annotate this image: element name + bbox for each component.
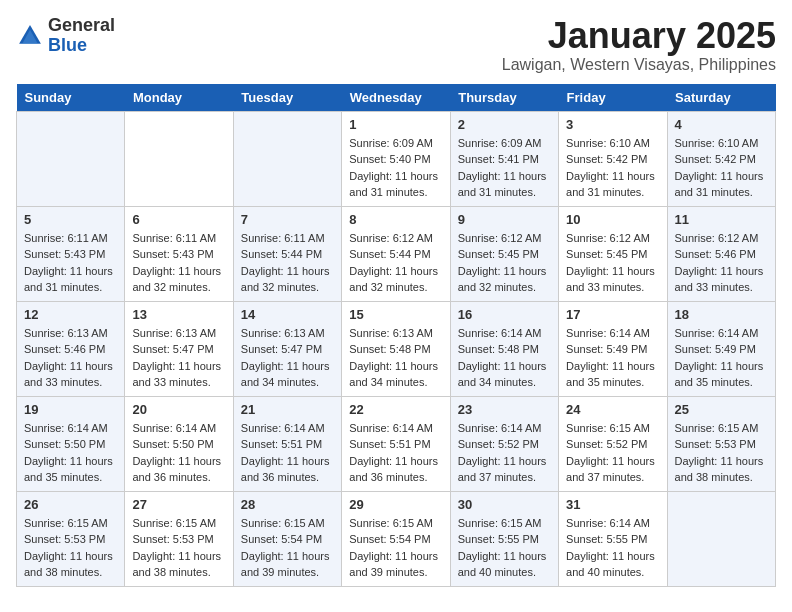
day-cell: 4Sunrise: 6:10 AM Sunset: 5:42 PM Daylig… xyxy=(667,111,775,206)
day-number: 17 xyxy=(566,307,659,322)
day-number: 20 xyxy=(132,402,225,417)
day-number: 22 xyxy=(349,402,442,417)
day-number: 11 xyxy=(675,212,768,227)
day-number: 15 xyxy=(349,307,442,322)
day-cell: 11Sunrise: 6:12 AM Sunset: 5:46 PM Dayli… xyxy=(667,206,775,301)
day-number: 16 xyxy=(458,307,551,322)
column-header-friday: Friday xyxy=(559,84,667,112)
day-number: 27 xyxy=(132,497,225,512)
day-number: 7 xyxy=(241,212,334,227)
day-info: Sunrise: 6:15 AM Sunset: 5:54 PM Dayligh… xyxy=(241,515,334,581)
logo-icon xyxy=(16,22,44,50)
day-info: Sunrise: 6:14 AM Sunset: 5:50 PM Dayligh… xyxy=(24,420,117,486)
day-cell: 7Sunrise: 6:11 AM Sunset: 5:44 PM Daylig… xyxy=(233,206,341,301)
header-row: SundayMondayTuesdayWednesdayThursdayFrid… xyxy=(17,84,776,112)
day-cell: 31Sunrise: 6:14 AM Sunset: 5:55 PM Dayli… xyxy=(559,491,667,586)
day-info: Sunrise: 6:12 AM Sunset: 5:44 PM Dayligh… xyxy=(349,230,442,296)
day-cell: 16Sunrise: 6:14 AM Sunset: 5:48 PM Dayli… xyxy=(450,301,558,396)
day-info: Sunrise: 6:13 AM Sunset: 5:46 PM Dayligh… xyxy=(24,325,117,391)
day-cell: 29Sunrise: 6:15 AM Sunset: 5:54 PM Dayli… xyxy=(342,491,450,586)
day-info: Sunrise: 6:15 AM Sunset: 5:53 PM Dayligh… xyxy=(24,515,117,581)
day-info: Sunrise: 6:13 AM Sunset: 5:48 PM Dayligh… xyxy=(349,325,442,391)
day-cell: 25Sunrise: 6:15 AM Sunset: 5:53 PM Dayli… xyxy=(667,396,775,491)
day-info: Sunrise: 6:14 AM Sunset: 5:52 PM Dayligh… xyxy=(458,420,551,486)
day-number: 19 xyxy=(24,402,117,417)
day-cell: 6Sunrise: 6:11 AM Sunset: 5:43 PM Daylig… xyxy=(125,206,233,301)
day-number: 13 xyxy=(132,307,225,322)
day-cell: 22Sunrise: 6:14 AM Sunset: 5:51 PM Dayli… xyxy=(342,396,450,491)
logo-general: General xyxy=(48,16,115,36)
day-number: 12 xyxy=(24,307,117,322)
day-cell: 21Sunrise: 6:14 AM Sunset: 5:51 PM Dayli… xyxy=(233,396,341,491)
day-cell: 12Sunrise: 6:13 AM Sunset: 5:46 PM Dayli… xyxy=(17,301,125,396)
logo: General Blue xyxy=(16,16,115,56)
day-cell: 2Sunrise: 6:09 AM Sunset: 5:41 PM Daylig… xyxy=(450,111,558,206)
day-info: Sunrise: 6:13 AM Sunset: 5:47 PM Dayligh… xyxy=(241,325,334,391)
day-info: Sunrise: 6:14 AM Sunset: 5:49 PM Dayligh… xyxy=(566,325,659,391)
day-number: 10 xyxy=(566,212,659,227)
column-header-wednesday: Wednesday xyxy=(342,84,450,112)
day-cell xyxy=(667,491,775,586)
logo-text: General Blue xyxy=(48,16,115,56)
day-info: Sunrise: 6:14 AM Sunset: 5:51 PM Dayligh… xyxy=(241,420,334,486)
day-info: Sunrise: 6:15 AM Sunset: 5:52 PM Dayligh… xyxy=(566,420,659,486)
day-cell: 3Sunrise: 6:10 AM Sunset: 5:42 PM Daylig… xyxy=(559,111,667,206)
day-info: Sunrise: 6:14 AM Sunset: 5:49 PM Dayligh… xyxy=(675,325,768,391)
calendar-table: SundayMondayTuesdayWednesdayThursdayFrid… xyxy=(16,84,776,587)
day-cell: 8Sunrise: 6:12 AM Sunset: 5:44 PM Daylig… xyxy=(342,206,450,301)
day-cell: 27Sunrise: 6:15 AM Sunset: 5:53 PM Dayli… xyxy=(125,491,233,586)
day-info: Sunrise: 6:14 AM Sunset: 5:50 PM Dayligh… xyxy=(132,420,225,486)
day-info: Sunrise: 6:11 AM Sunset: 5:43 PM Dayligh… xyxy=(132,230,225,296)
day-cell: 15Sunrise: 6:13 AM Sunset: 5:48 PM Dayli… xyxy=(342,301,450,396)
week-row-5: 26Sunrise: 6:15 AM Sunset: 5:53 PM Dayli… xyxy=(17,491,776,586)
column-header-thursday: Thursday xyxy=(450,84,558,112)
day-cell xyxy=(233,111,341,206)
day-number: 1 xyxy=(349,117,442,132)
day-cell: 18Sunrise: 6:14 AM Sunset: 5:49 PM Dayli… xyxy=(667,301,775,396)
day-cell: 28Sunrise: 6:15 AM Sunset: 5:54 PM Dayli… xyxy=(233,491,341,586)
day-info: Sunrise: 6:14 AM Sunset: 5:48 PM Dayligh… xyxy=(458,325,551,391)
day-cell: 30Sunrise: 6:15 AM Sunset: 5:55 PM Dayli… xyxy=(450,491,558,586)
day-cell: 24Sunrise: 6:15 AM Sunset: 5:52 PM Dayli… xyxy=(559,396,667,491)
day-info: Sunrise: 6:15 AM Sunset: 5:55 PM Dayligh… xyxy=(458,515,551,581)
day-info: Sunrise: 6:11 AM Sunset: 5:43 PM Dayligh… xyxy=(24,230,117,296)
day-number: 5 xyxy=(24,212,117,227)
day-cell: 17Sunrise: 6:14 AM Sunset: 5:49 PM Dayli… xyxy=(559,301,667,396)
day-info: Sunrise: 6:12 AM Sunset: 5:45 PM Dayligh… xyxy=(566,230,659,296)
day-cell: 10Sunrise: 6:12 AM Sunset: 5:45 PM Dayli… xyxy=(559,206,667,301)
day-cell: 26Sunrise: 6:15 AM Sunset: 5:53 PM Dayli… xyxy=(17,491,125,586)
column-header-saturday: Saturday xyxy=(667,84,775,112)
day-cell: 19Sunrise: 6:14 AM Sunset: 5:50 PM Dayli… xyxy=(17,396,125,491)
column-header-monday: Monday xyxy=(125,84,233,112)
day-info: Sunrise: 6:11 AM Sunset: 5:44 PM Dayligh… xyxy=(241,230,334,296)
week-row-3: 12Sunrise: 6:13 AM Sunset: 5:46 PM Dayli… xyxy=(17,301,776,396)
day-number: 26 xyxy=(24,497,117,512)
day-info: Sunrise: 6:14 AM Sunset: 5:55 PM Dayligh… xyxy=(566,515,659,581)
day-info: Sunrise: 6:15 AM Sunset: 5:53 PM Dayligh… xyxy=(675,420,768,486)
day-number: 8 xyxy=(349,212,442,227)
day-number: 9 xyxy=(458,212,551,227)
day-info: Sunrise: 6:15 AM Sunset: 5:54 PM Dayligh… xyxy=(349,515,442,581)
week-row-4: 19Sunrise: 6:14 AM Sunset: 5:50 PM Dayli… xyxy=(17,396,776,491)
day-number: 18 xyxy=(675,307,768,322)
column-header-sunday: Sunday xyxy=(17,84,125,112)
day-cell: 13Sunrise: 6:13 AM Sunset: 5:47 PM Dayli… xyxy=(125,301,233,396)
day-cell xyxy=(17,111,125,206)
day-number: 28 xyxy=(241,497,334,512)
week-row-2: 5Sunrise: 6:11 AM Sunset: 5:43 PM Daylig… xyxy=(17,206,776,301)
day-number: 30 xyxy=(458,497,551,512)
day-info: Sunrise: 6:09 AM Sunset: 5:40 PM Dayligh… xyxy=(349,135,442,201)
day-cell: 1Sunrise: 6:09 AM Sunset: 5:40 PM Daylig… xyxy=(342,111,450,206)
day-cell: 9Sunrise: 6:12 AM Sunset: 5:45 PM Daylig… xyxy=(450,206,558,301)
day-info: Sunrise: 6:09 AM Sunset: 5:41 PM Dayligh… xyxy=(458,135,551,201)
day-info: Sunrise: 6:13 AM Sunset: 5:47 PM Dayligh… xyxy=(132,325,225,391)
day-info: Sunrise: 6:12 AM Sunset: 5:46 PM Dayligh… xyxy=(675,230,768,296)
day-cell xyxy=(125,111,233,206)
day-cell: 20Sunrise: 6:14 AM Sunset: 5:50 PM Dayli… xyxy=(125,396,233,491)
day-number: 24 xyxy=(566,402,659,417)
day-info: Sunrise: 6:12 AM Sunset: 5:45 PM Dayligh… xyxy=(458,230,551,296)
day-cell: 5Sunrise: 6:11 AM Sunset: 5:43 PM Daylig… xyxy=(17,206,125,301)
week-row-1: 1Sunrise: 6:09 AM Sunset: 5:40 PM Daylig… xyxy=(17,111,776,206)
page-header: General Blue January 2025 Lawigan, Weste… xyxy=(16,16,776,74)
day-info: Sunrise: 6:10 AM Sunset: 5:42 PM Dayligh… xyxy=(675,135,768,201)
